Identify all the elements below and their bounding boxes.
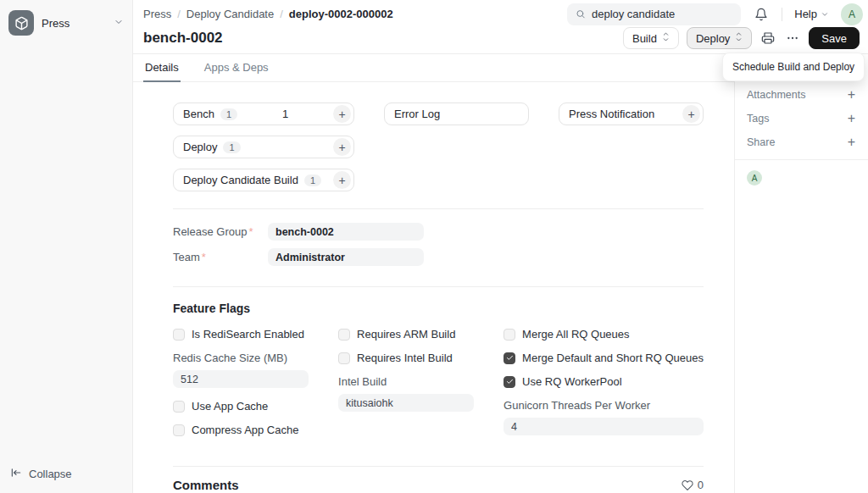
tab-bar: Details Apps & Deps [133,54,734,82]
global-search[interactable] [567,3,741,25]
checkbox-requires-arm-build[interactable]: Requires ARM Build [338,328,474,341]
link-card-error-log[interactable]: Error Log [384,102,529,125]
workspace-name: Press [42,17,106,30]
add-press-notification-button[interactable]: + [682,105,700,123]
body-row: Details Apps & Deps Bench 1 1 + Error L [133,53,868,493]
breadcrumb-deploy-candidate[interactable]: Deploy Candidate [186,8,274,20]
app-root: Press Collapse Press / Deploy Candidate … [0,0,868,493]
add-tag-button[interactable]: + [847,112,856,125]
deploy-button-label: Deploy [696,32,730,45]
add-bench-button[interactable]: + [333,105,351,123]
checkbox-icon [173,424,185,436]
connections-grid: Bench 1 1 + Error Log Press Notification [173,82,704,208]
redis-cache-size-field[interactable] [173,370,309,388]
comments-section: Comments 0 A [173,466,704,493]
checkbox-merge-all-rq-queues[interactable]: Merge All RQ Queues [504,328,704,341]
form-section: Release Group* Team* [173,208,704,286]
team-row: Team* [173,248,704,266]
workspace-switcher[interactable]: Press [8,10,124,36]
search-input[interactable] [592,8,732,20]
save-button[interactable]: Save [809,27,860,49]
like-count: 0 [698,479,704,491]
checkbox-icon [504,352,515,364]
main-panel: Details Apps & Deps Bench 1 1 + Error L [133,54,734,493]
user-avatar[interactable]: A [841,3,863,25]
checkbox-is-redisearch-enabled[interactable]: Is RediSearch Enabled [173,328,309,341]
build-button-label: Build [632,32,657,45]
title-actions: Build Deploy Save [623,27,860,49]
flags-column-1: Is RediSearch Enabled Redis Cache Size (… [173,328,309,447]
add-deploy-candidate-build-button[interactable]: + [333,171,351,189]
breadcrumb: Press / Deploy Candidate / deploy-0002-0… [143,8,555,20]
page-title: bench-0002 [143,30,223,47]
add-attachment-button[interactable]: + [847,88,856,102]
tab-apps-deps[interactable]: Apps & Deps [203,54,270,82]
breadcrumb-current[interactable]: deploy-0002-000002 [289,8,393,20]
link-label: Deploy [183,141,217,153]
breadcrumb-separator: / [177,8,181,20]
checkbox-label: Use RQ WorkerPool [522,375,622,388]
label-text: Release Group [173,225,247,238]
viewers: A [735,170,868,186]
link-label: Press Notification [569,108,654,120]
share-row: Share + [735,130,868,154]
collapse-sidebar-button[interactable]: Collapse [8,465,124,483]
checkbox-label: Merge All RQ Queues [522,328,629,341]
breadcrumb-press[interactable]: Press [143,8,171,20]
intel-build-label: Intel Build [338,375,474,388]
link-card-deploy-candidate-build[interactable]: Deploy Candidate Build 1 + [173,169,354,191]
flags-column-2: Requires ARM Build Requires Intel Build … [338,328,474,424]
required-mark: * [202,251,206,263]
link-label: Bench [183,108,214,120]
add-deploy-button[interactable]: + [333,138,351,156]
checkbox-use-rq-workerpool[interactable]: Use RQ WorkerPool [504,375,704,388]
search-icon [576,8,586,19]
print-button[interactable] [760,30,776,47]
collapse-icon [10,467,22,481]
build-button[interactable]: Build [623,27,679,49]
checkbox-compress-app-cache[interactable]: Compress App Cache [173,424,309,436]
checkbox-icon [504,376,515,388]
link-card-deploy[interactable]: Deploy 1 + [173,136,354,158]
feature-flags-heading: Feature Flags [173,302,704,315]
release-group-label: Release Group* [173,225,268,238]
checkbox-icon [504,329,515,341]
checkbox-label: Requires ARM Build [357,328,455,341]
team-field[interactable] [268,248,424,266]
feature-flags-section: Feature Flags Is RediSearch Enabled Redi… [173,286,704,466]
like-counter: 0 [682,479,704,491]
press-logo-icon [8,10,34,36]
release-group-field[interactable] [268,223,424,241]
tab-details[interactable]: Details [143,54,181,82]
link-card-bench[interactable]: Bench 1 1 + [173,102,354,125]
details-content: Bench 1 1 + Error Log Press Notification [133,82,734,493]
intel-build-field[interactable] [338,394,474,412]
share-label: Share [747,136,775,148]
gunicorn-threads-field[interactable] [504,418,704,435]
checkbox-requires-intel-build[interactable]: Requires Intel Build [338,352,474,364]
checkbox-icon [338,352,350,364]
link-card-press-notification[interactable]: Press Notification + [559,102,704,125]
bench-count: 1 [243,108,327,120]
checkbox-use-app-cache[interactable]: Use App Cache [173,400,309,413]
help-button[interactable]: Help [794,8,829,20]
tags-label: Tags [747,113,769,125]
count-badge: 1 [223,141,240,153]
checkbox-label: Compress App Cache [192,424,298,436]
notifications-button[interactable] [753,6,770,23]
flags-column-3: Merge All RQ Queues Merge Default and Sh… [504,328,704,447]
checkbox-label: Requires Intel Build [357,352,453,364]
comments-header: Comments 0 [173,478,704,492]
deploy-button[interactable]: Deploy [687,27,752,49]
heart-icon[interactable] [682,479,693,491]
share-add-button[interactable]: + [847,136,856,149]
attachments-label: Attachments [747,89,805,101]
required-mark: * [248,225,253,238]
redis-cache-size-label: Redis Cache Size (MB) [173,352,309,364]
select-arrows-icon [735,31,743,45]
checkbox-merge-default-short-rq-queues[interactable]: Merge Default and Short RQ Queues [504,352,704,364]
more-options-button[interactable] [784,30,801,47]
ellipsis-icon [786,31,799,45]
select-arrows-icon [662,31,670,45]
menu-item-schedule-build-and-deploy[interactable]: Schedule Build and Deploy [726,57,860,77]
